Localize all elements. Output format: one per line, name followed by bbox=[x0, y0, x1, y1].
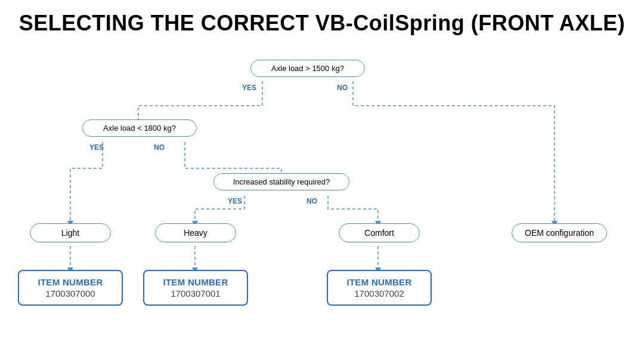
page-title: SELECTING THE CORRECT VB-CoilSpring (FRO… bbox=[12, 11, 632, 36]
result-heavy: Heavy bbox=[155, 223, 236, 242]
diagram: Axle load > 1500 kg? YES NO Axle load < … bbox=[12, 49, 632, 306]
item-box-1: ITEM NUMBER 1700307001 bbox=[143, 270, 248, 306]
decision-1: Axle load > 1500 kg? bbox=[250, 60, 365, 77]
result-oem: OEM configuration bbox=[512, 223, 607, 242]
item-box-0: ITEM NUMBER 1700307000 bbox=[18, 270, 123, 306]
item-box-2: ITEM NUMBER 1700307002 bbox=[327, 270, 432, 306]
decision-2-yes: YES bbox=[89, 143, 104, 152]
decision-3-no: NO bbox=[306, 197, 317, 205]
page: SELECTING THE CORRECT VB-CoilSpring (FRO… bbox=[0, 0, 644, 363]
decision-2-no: NO bbox=[154, 143, 165, 152]
decision-3: Increased stability required? bbox=[213, 173, 349, 190]
result-light: Light bbox=[30, 223, 111, 242]
decision-1-no: NO bbox=[337, 84, 348, 92]
decision-1-yes: YES bbox=[242, 84, 256, 92]
decision-3-yes: YES bbox=[228, 197, 242, 205]
result-comfort: Comfort bbox=[339, 223, 420, 242]
decision-2: Axle load < 1800 kg? bbox=[82, 119, 197, 137]
